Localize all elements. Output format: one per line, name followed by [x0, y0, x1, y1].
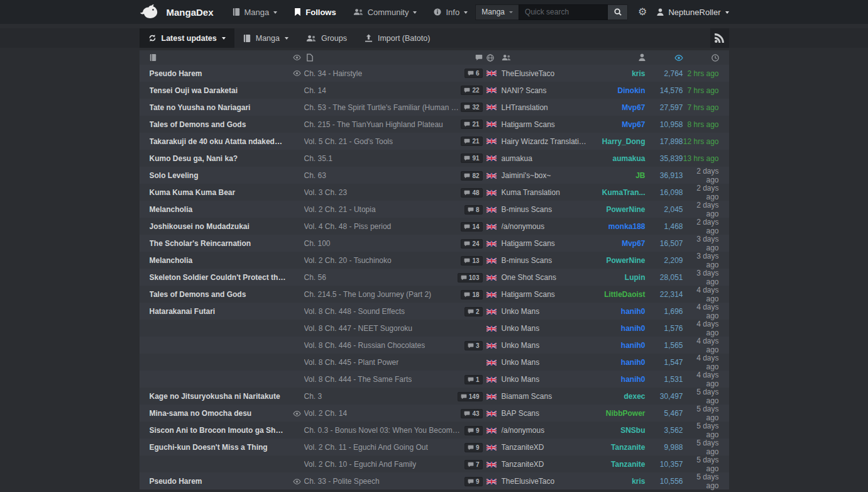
comments-badge[interactable]: 82 [461, 171, 482, 181]
uploader-link[interactable]: JB [593, 171, 646, 180]
manga-title-link[interactable]: Kuma Kuma Kuma Bear [150, 188, 293, 197]
group-link[interactable]: TheElusiveTaco [502, 69, 593, 78]
manga-title-link[interactable]: Hatarakanai Futari [150, 307, 293, 316]
comments-badge[interactable]: 7 [464, 460, 483, 469]
tab-import-batoto[interactable]: Import (Batoto) [356, 28, 439, 48]
uploader-link[interactable]: PowerNine [593, 256, 646, 265]
uploader-link[interactable]: Lupin [593, 273, 646, 282]
nav-follows[interactable]: Follows [294, 8, 336, 17]
comments-badge[interactable]: 21 [461, 137, 482, 146]
comments-badge[interactable]: 6 [464, 69, 483, 78]
uploader-link[interactable]: Mvp67 [593, 120, 646, 129]
uploader-link[interactable]: Tanzanite [593, 443, 646, 452]
group-link[interactable]: Hatigarm Scans [502, 120, 593, 129]
manga-title-link[interactable]: Pseudo Harem [150, 69, 293, 78]
nav-manga[interactable]: Manga [233, 8, 278, 17]
chapter-link[interactable]: Ch. 214.5 - The Long Journey (Part 2) [304, 290, 432, 299]
manga-title-link[interactable]: Tensei Ouji wa Daraketai [150, 86, 293, 95]
comments-badge[interactable]: 24 [461, 239, 482, 249]
chapter-link[interactable]: Ch. 100 [304, 239, 331, 248]
chapter-link[interactable]: Vol. 4 Ch. 48 - Piss period [304, 222, 392, 231]
manga-title-link[interactable]: Skeleton Soldier Couldn't Protect the Du… [150, 273, 293, 282]
group-link[interactable]: Jaimini's~box~ [502, 171, 593, 180]
uploader-link[interactable]: NibbPower [593, 409, 646, 418]
nav-info[interactable]: Info [434, 8, 468, 17]
comments-badge[interactable]: 43 [461, 409, 482, 418]
uploader-link[interactable]: hanih0 [593, 307, 646, 316]
chapter-link[interactable]: Ch. 3 [304, 392, 322, 401]
chapter-link[interactable]: Ch. 215 - The TianYuan Highland Plateau [304, 120, 443, 129]
manga-title-link[interactable]: Pseudo Harem [150, 477, 293, 486]
chapter-link[interactable]: Vol. 2 Ch. 11 - Eguchi And Going Out [304, 443, 428, 452]
chapter-link[interactable]: Ch. 35.1 [304, 154, 332, 163]
uploader-link[interactable]: kris [593, 69, 646, 78]
comments-badge[interactable]: 9 [464, 443, 483, 452]
comments-badge[interactable]: 21 [461, 120, 482, 129]
group-link[interactable]: aumakua [502, 154, 593, 163]
uploader-link[interactable]: monka188 [593, 222, 646, 231]
search-category-select[interactable]: Manga [475, 4, 519, 20]
comments-badge[interactable]: 22 [461, 86, 482, 95]
manga-title-link[interactable]: Kumo Desu ga, Nani ka? [150, 154, 293, 163]
manga-title-link[interactable]: Mina-sama no Omocha desu [150, 409, 293, 418]
manga-title-link[interactable]: Tales of Demons and Gods [150, 290, 293, 299]
manga-title-link[interactable]: Joshikousei no Mudadzukai [150, 222, 293, 231]
uploader-link[interactable]: Harry_Dong [593, 137, 646, 146]
comments-badge[interactable]: 1 [464, 375, 483, 384]
group-link[interactable]: NANI? Scans [502, 86, 593, 95]
group-link[interactable]: Unko Mans [502, 324, 593, 333]
group-link[interactable]: Unko Mans [502, 358, 593, 367]
group-link[interactable]: B-minus Scans [502, 256, 593, 265]
uploader-link[interactable]: Mvp67 [593, 239, 646, 248]
comments-badge[interactable]: 18 [461, 290, 482, 299]
uploader-link[interactable]: aumakua [593, 154, 646, 163]
uploader-link[interactable]: Mvp67 [593, 103, 646, 112]
manga-title-link[interactable]: Tate no Yuusha no Nariagari [150, 103, 293, 112]
chapter-link[interactable]: Vol. 8 Ch. 447 - NEET Sugoroku [304, 324, 413, 333]
comments-badge[interactable]: 149 [458, 392, 483, 401]
manga-title-link[interactable]: Melancholia [150, 205, 293, 214]
comments-badge[interactable]: 14 [461, 222, 482, 232]
uploader-link[interactable]: PowerNine [593, 205, 646, 214]
chapter-link[interactable]: Vol. 2 Ch. 20 - Tsuchinoko [304, 256, 392, 265]
group-link[interactable]: LHTranslation [502, 103, 593, 112]
manga-title-link[interactable]: Takarakuji de 40 oku Atatta ndakedo Isek… [150, 137, 293, 146]
uploader-link[interactable]: LittleDaoist [593, 290, 646, 299]
comments-badge[interactable]: 103 [458, 273, 483, 282]
group-link[interactable]: Hatigarm Scans [502, 239, 593, 248]
group-link[interactable]: BAP Scans [502, 409, 593, 418]
group-link[interactable]: Hatigarm Scans [502, 290, 593, 299]
manga-title-link[interactable]: Siscon Ani to Brocon Imouto ga Shoujiki … [150, 426, 293, 435]
chapter-link[interactable]: Vol. 3 Ch. 23 [304, 188, 348, 197]
user-menu[interactable]: NeptuneRoller [657, 8, 728, 17]
group-link[interactable]: Unko Mans [502, 375, 593, 384]
chapter-link[interactable]: Vol. 8 Ch. 444 - The Same Farts [304, 375, 412, 384]
comments-badge[interactable]: 2 [464, 307, 483, 316]
group-link[interactable]: TheElusiveTaco [502, 477, 593, 486]
group-link[interactable]: /a/nonymous [502, 222, 593, 231]
group-link[interactable]: TanzaniteXD [502, 460, 593, 469]
chapter-link[interactable]: Vol. 8 Ch. 448 - Sound Effects [304, 307, 405, 316]
uploader-link[interactable]: hanih0 [593, 375, 646, 384]
group-link[interactable]: Unko Mans [502, 341, 593, 350]
comments-badge[interactable]: 9 [464, 426, 483, 435]
group-link[interactable]: Hairy Wizardz Translations [502, 137, 593, 146]
uploader-link[interactable]: hanih0 [593, 341, 646, 350]
comments-badge[interactable]: 9 [464, 477, 483, 486]
uploader-link[interactable]: SNSbu [593, 426, 646, 435]
chapter-link[interactable]: Vol. 8 Ch. 446 - Russian Chocolates [304, 341, 426, 350]
chapter-link[interactable]: Vol. 5 Ch. 21 - God's Tools [304, 137, 393, 146]
uploader-link[interactable]: Dinokin [593, 86, 646, 95]
chapter-link[interactable]: Ch. 34 - Hairstyle [304, 69, 363, 78]
uploader-link[interactable]: Tanzanite [593, 460, 646, 469]
chapter-link[interactable]: Vol. 8 Ch. 445 - Plant Power [304, 358, 399, 367]
chapter-link[interactable]: Ch. 63 [304, 171, 326, 180]
uploader-link[interactable]: KumaTran... [593, 188, 646, 197]
chapter-link[interactable]: Ch. 33 - Polite Speech [304, 477, 380, 486]
uploader-link[interactable]: hanih0 [593, 358, 646, 367]
group-link[interactable]: One Shot Scans [502, 273, 593, 282]
manga-title-link[interactable]: Eguchi-kun Doesn't Miss a Thing [150, 443, 293, 452]
chapter-link[interactable]: Ch. 53 - The Spirit Turtle's Familiar (H… [304, 103, 463, 112]
comments-badge[interactable]: 91 [461, 154, 482, 163]
uploader-link[interactable]: hanih0 [593, 324, 646, 333]
